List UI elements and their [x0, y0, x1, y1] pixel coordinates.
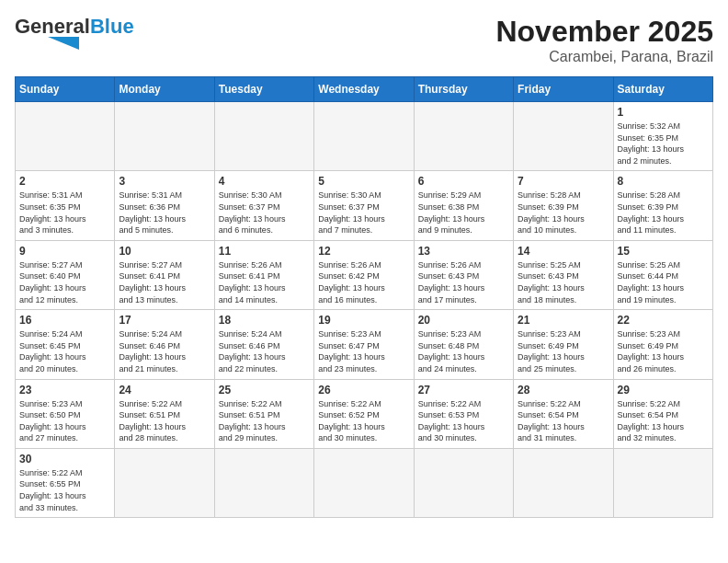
calendar-cell: 29Sunrise: 5:22 AM Sunset: 6:54 PM Dayli… — [613, 379, 712, 448]
day-info: Sunrise: 5:27 AM Sunset: 6:41 PM Dayligh… — [119, 259, 210, 305]
page-subtitle: Carambei, Parana, Brazil — [495, 49, 713, 65]
day-info: Sunrise: 5:25 AM Sunset: 6:44 PM Dayligh… — [618, 259, 709, 305]
day-number: 21 — [518, 314, 609, 327]
calendar-cell: 28Sunrise: 5:22 AM Sunset: 6:54 PM Dayli… — [514, 379, 613, 448]
day-number: 14 — [518, 245, 609, 258]
calendar-cell: 18Sunrise: 5:24 AM Sunset: 6:46 PM Dayli… — [214, 310, 313, 379]
logo-text-blue: Blue — [90, 15, 134, 39]
weekday-header-tuesday: Tuesday — [214, 77, 313, 102]
day-number: 25 — [219, 384, 310, 396]
day-info: Sunrise: 5:31 AM Sunset: 6:36 PM Dayligh… — [119, 190, 210, 236]
svg-marker-0 — [48, 37, 79, 50]
calendar-cell: 3Sunrise: 5:31 AM Sunset: 6:36 PM Daylig… — [115, 171, 214, 240]
day-info: Sunrise: 5:26 AM Sunset: 6:43 PM Dayligh… — [418, 259, 509, 305]
day-number: 26 — [318, 384, 409, 396]
calendar-cell — [514, 448, 613, 517]
day-number: 8 — [618, 175, 709, 188]
calendar-week-row: 30Sunrise: 5:22 AM Sunset: 6:55 PM Dayli… — [16, 448, 713, 517]
calendar-cell: 25Sunrise: 5:22 AM Sunset: 6:51 PM Dayli… — [214, 379, 313, 448]
weekday-header-thursday: Thursday — [414, 77, 513, 102]
calendar-week-row: 23Sunrise: 5:23 AM Sunset: 6:50 PM Dayli… — [16, 379, 713, 448]
day-number: 20 — [418, 314, 509, 327]
day-info: Sunrise: 5:29 AM Sunset: 6:38 PM Dayligh… — [418, 190, 509, 236]
day-info: Sunrise: 5:30 AM Sunset: 6:37 PM Dayligh… — [318, 190, 409, 236]
day-info: Sunrise: 5:28 AM Sunset: 6:39 PM Dayligh… — [618, 190, 709, 236]
day-info: Sunrise: 5:22 AM Sunset: 6:55 PM Dayligh… — [19, 467, 110, 513]
day-info: Sunrise: 5:23 AM Sunset: 6:50 PM Dayligh… — [19, 398, 110, 444]
day-number: 19 — [318, 314, 409, 327]
calendar-cell: 6Sunrise: 5:29 AM Sunset: 6:38 PM Daylig… — [414, 171, 513, 240]
day-number: 27 — [418, 384, 509, 396]
day-info: Sunrise: 5:23 AM Sunset: 6:47 PM Dayligh… — [318, 328, 409, 374]
logo-triangle-icon — [15, 37, 79, 50]
calendar-cell: 26Sunrise: 5:22 AM Sunset: 6:52 PM Dayli… — [314, 379, 414, 448]
calendar-cell: 21Sunrise: 5:23 AM Sunset: 6:49 PM Dayli… — [514, 310, 613, 379]
day-info: Sunrise: 5:23 AM Sunset: 6:49 PM Dayligh… — [618, 328, 709, 374]
day-number: 18 — [219, 314, 310, 327]
day-info: Sunrise: 5:28 AM Sunset: 6:39 PM Dayligh… — [518, 190, 609, 236]
calendar-cell: 10Sunrise: 5:27 AM Sunset: 6:41 PM Dayli… — [115, 240, 214, 309]
weekday-header-monday: Monday — [115, 77, 214, 102]
day-number: 17 — [119, 314, 210, 327]
calendar-cell: 15Sunrise: 5:25 AM Sunset: 6:44 PM Dayli… — [613, 240, 712, 309]
calendar-week-row: 16Sunrise: 5:24 AM Sunset: 6:45 PM Dayli… — [16, 310, 713, 379]
page-title: November 2025 — [495, 15, 713, 49]
calendar-cell: 14Sunrise: 5:25 AM Sunset: 6:43 PM Dayli… — [514, 240, 613, 309]
day-info: Sunrise: 5:22 AM Sunset: 6:52 PM Dayligh… — [318, 398, 409, 444]
calendar-cell: 7Sunrise: 5:28 AM Sunset: 6:39 PM Daylig… — [514, 171, 613, 240]
day-number: 29 — [618, 384, 709, 396]
day-info: Sunrise: 5:26 AM Sunset: 6:41 PM Dayligh… — [219, 259, 310, 305]
calendar-cell: 16Sunrise: 5:24 AM Sunset: 6:45 PM Dayli… — [16, 310, 115, 379]
day-info: Sunrise: 5:30 AM Sunset: 6:37 PM Dayligh… — [219, 190, 310, 236]
day-info: Sunrise: 5:24 AM Sunset: 6:46 PM Dayligh… — [219, 328, 310, 374]
day-info: Sunrise: 5:23 AM Sunset: 6:49 PM Dayligh… — [518, 328, 609, 374]
calendar-cell — [214, 102, 313, 171]
calendar-cell — [214, 448, 313, 517]
day-info: Sunrise: 5:22 AM Sunset: 6:54 PM Dayligh… — [618, 398, 709, 444]
day-number: 16 — [19, 314, 110, 327]
weekday-header-wednesday: Wednesday — [314, 77, 414, 102]
title-block: November 2025 Carambei, Parana, Brazil — [495, 15, 713, 65]
day-info: Sunrise: 5:22 AM Sunset: 6:53 PM Dayligh… — [418, 398, 509, 444]
weekday-header-row: SundayMondayTuesdayWednesdayThursdayFrid… — [16, 77, 713, 102]
calendar-cell: 22Sunrise: 5:23 AM Sunset: 6:49 PM Dayli… — [613, 310, 712, 379]
calendar-cell — [414, 448, 513, 517]
day-info: Sunrise: 5:31 AM Sunset: 6:35 PM Dayligh… — [19, 190, 110, 236]
weekday-header-saturday: Saturday — [613, 77, 712, 102]
calendar-cell: 2Sunrise: 5:31 AM Sunset: 6:35 PM Daylig… — [16, 171, 115, 240]
calendar-cell — [115, 448, 214, 517]
page-header: General Blue November 2025 Carambei, Par… — [15, 15, 713, 65]
day-number: 30 — [19, 453, 110, 465]
day-info: Sunrise: 5:27 AM Sunset: 6:40 PM Dayligh… — [19, 259, 110, 305]
calendar-cell — [613, 448, 712, 517]
calendar-cell: 1Sunrise: 5:32 AM Sunset: 6:35 PM Daylig… — [613, 102, 712, 171]
day-info: Sunrise: 5:26 AM Sunset: 6:42 PM Dayligh… — [318, 259, 409, 305]
day-number: 13 — [418, 245, 509, 258]
day-info: Sunrise: 5:25 AM Sunset: 6:43 PM Dayligh… — [518, 259, 609, 305]
day-number: 2 — [19, 175, 110, 188]
calendar-cell: 17Sunrise: 5:24 AM Sunset: 6:46 PM Dayli… — [115, 310, 214, 379]
calendar-cell: 13Sunrise: 5:26 AM Sunset: 6:43 PM Dayli… — [414, 240, 513, 309]
calendar-cell: 9Sunrise: 5:27 AM Sunset: 6:40 PM Daylig… — [16, 240, 115, 309]
day-number: 12 — [318, 245, 409, 258]
calendar-cell: 23Sunrise: 5:23 AM Sunset: 6:50 PM Dayli… — [16, 379, 115, 448]
calendar-cell — [115, 102, 214, 171]
day-number: 28 — [518, 384, 609, 396]
day-number: 3 — [119, 175, 210, 188]
day-info: Sunrise: 5:24 AM Sunset: 6:46 PM Dayligh… — [119, 328, 210, 374]
calendar-table: SundayMondayTuesdayWednesdayThursdayFrid… — [15, 76, 713, 518]
calendar-cell: 12Sunrise: 5:26 AM Sunset: 6:42 PM Dayli… — [314, 240, 414, 309]
day-number: 7 — [518, 175, 609, 188]
calendar-cell — [16, 102, 115, 171]
day-number: 15 — [618, 245, 709, 258]
day-info: Sunrise: 5:22 AM Sunset: 6:51 PM Dayligh… — [119, 398, 210, 444]
day-number: 6 — [418, 175, 509, 188]
day-number: 23 — [19, 384, 110, 396]
calendar-week-row: 2Sunrise: 5:31 AM Sunset: 6:35 PM Daylig… — [16, 171, 713, 240]
weekday-header-sunday: Sunday — [16, 77, 115, 102]
day-number: 11 — [219, 245, 310, 258]
calendar-cell: 27Sunrise: 5:22 AM Sunset: 6:53 PM Dayli… — [414, 379, 513, 448]
day-number: 4 — [219, 175, 310, 188]
day-number: 9 — [19, 245, 110, 258]
calendar-cell: 4Sunrise: 5:30 AM Sunset: 6:37 PM Daylig… — [214, 171, 313, 240]
